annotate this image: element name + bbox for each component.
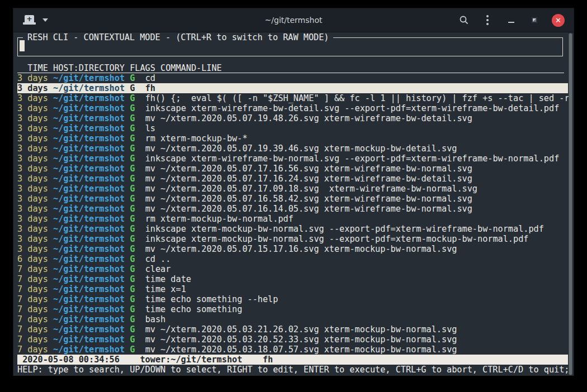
history-row[interactable]: 3 days ~/git/termshot G fh xyxy=(17,83,568,93)
history-row[interactable]: 7 days ~/git/termshot G mv ~/xterm.2020.… xyxy=(17,334,568,345)
row-time: 6 days xyxy=(17,254,48,264)
close-button[interactable]: ✕ xyxy=(552,14,565,27)
row-flags: G xyxy=(130,133,135,144)
scrollbar xyxy=(569,32,572,376)
row-directory: ~/git/termshot xyxy=(53,244,125,254)
row-command: mv ~/xterm.2020.05.07.15.17.16.svg xterm… xyxy=(145,244,457,254)
row-directory: ~/git/termshot xyxy=(53,144,125,154)
row-time: 3 days xyxy=(17,204,48,214)
history-row[interactable]: 7 days ~/git/termshot G time date xyxy=(17,274,568,284)
row-directory: ~/git/termshot xyxy=(53,254,125,264)
row-flags: G xyxy=(130,284,135,294)
row-time: 3 days xyxy=(17,234,48,244)
row-flags: G xyxy=(130,174,135,184)
row-command: mv ~/xterm.2020.05.07.17.16.56.svg xterm… xyxy=(145,164,472,174)
history-row[interactable]: 3 days ~/git/termshot G mv ~/xterm.2020.… xyxy=(17,113,568,123)
row-flags: G xyxy=(130,194,135,204)
history-row[interactable]: 3 days ~/git/termshot G cd xyxy=(17,73,568,83)
history-row[interactable]: 3 days ~/git/termshot G inkscape xterm-w… xyxy=(17,154,568,164)
row-flags: G xyxy=(130,234,135,244)
minimize-icon xyxy=(508,22,514,23)
history-row[interactable]: 3 days ~/git/termshot G mv ~/xterm.2020.… xyxy=(17,144,568,154)
history-row[interactable]: 3 days ~/git/termshot G mv ~/xterm.2020.… xyxy=(17,164,568,174)
row-command: mv ~/xterm.2020.05.03.21.26.02.svg xterm… xyxy=(145,324,457,334)
menu-button[interactable] xyxy=(481,14,494,26)
history-row[interactable]: 3 days ~/git/termshot G ls xyxy=(17,123,568,133)
row-flags: G xyxy=(130,314,135,324)
row-time: 3 days xyxy=(17,174,48,184)
history-row[interactable]: 3 days ~/git/termshot G mv ~/xterm.2020.… xyxy=(17,204,568,214)
history-row[interactable]: 7 days ~/git/termshot G time x=1 xyxy=(17,284,568,294)
row-command: mv ~/xterm.2020.05.07.19.39.46.svg xterm… xyxy=(145,144,457,154)
row-directory: ~/git/termshot xyxy=(53,264,125,274)
history-row[interactable]: 3 days ~/git/termshot G inkscape xterm-m… xyxy=(17,234,568,244)
history-row[interactable]: 3 days ~/git/termshot G inkscape xterm-m… xyxy=(17,224,568,234)
history-row[interactable]: 7 days ~/git/termshot G mv ~/xterm.2020.… xyxy=(17,345,568,355)
row-directory: ~/git/termshot xyxy=(53,284,125,294)
row-directory: ~/git/termshot xyxy=(53,324,125,334)
history-row[interactable]: 7 days ~/git/termshot G mv ~/xterm.2020.… xyxy=(17,324,568,334)
row-command: mv ~/xterm.2020.05.07.19.48.26.svg xterm… xyxy=(145,113,472,123)
history-row[interactable]: 7 days ~/git/termshot G bash xyxy=(17,314,568,324)
row-time: 7 days xyxy=(17,264,48,274)
minimize-button[interactable] xyxy=(505,14,517,26)
row-time: 3 days xyxy=(17,244,48,254)
history-row[interactable]: 3 days ~/git/termshot G mv ~/xterm.2020.… xyxy=(17,194,568,204)
row-command: inkscape xterm-mockup-bw-normal.svg --ex… xyxy=(145,224,544,234)
row-command: inkscape xterm-wireframe-bw-detail.svg -… xyxy=(145,103,560,113)
row-command: rm xterm-mockup-bw-normal.pdf xyxy=(145,214,294,224)
scrollbar-thumb[interactable] xyxy=(569,33,572,375)
search-input[interactable]: RESH CLI - CONTEXTUAL MODE - (CTRL+R to … xyxy=(17,37,563,56)
row-directory: ~/git/termshot xyxy=(53,204,125,214)
row-command: bash xyxy=(145,314,166,324)
row-flags: G xyxy=(130,224,135,234)
row-time: 3 days xyxy=(17,103,48,113)
row-directory: ~/git/termshot xyxy=(53,194,125,204)
row-flags: G xyxy=(130,345,135,355)
row-time: 3 days xyxy=(17,123,48,133)
row-time: 3 days xyxy=(17,73,48,83)
restore-button[interactable] xyxy=(528,14,541,26)
history-row[interactable]: 6 days ~/git/termshot G cd .. xyxy=(17,254,568,264)
status-bar: 2020-05-08 00:34:56 tower:~/git/termshot… xyxy=(17,355,568,365)
history-row[interactable]: 7 days ~/git/termshot G time echo someth… xyxy=(17,294,568,304)
history-list: 3 days ~/git/termshot G cd3 days ~/git/t… xyxy=(17,73,574,355)
row-command: cd .. xyxy=(145,254,171,264)
history-row[interactable]: 3 days ~/git/termshot G mv ~/xterm.2020.… xyxy=(17,174,568,184)
history-row[interactable]: 7 days ~/git/termshot G clear xyxy=(17,264,568,274)
history-row[interactable]: 7 days ~/git/termshot G time echo someth… xyxy=(17,304,568,314)
row-command: time echo something xyxy=(145,304,243,314)
text-cursor xyxy=(20,40,25,51)
history-row[interactable]: 3 days ~/git/termshot G mv ~/xterm.2020.… xyxy=(17,244,568,254)
row-command: inkscape xterm-wireframe-bw-normal.svg -… xyxy=(145,154,560,164)
row-command: rm xterm-mockup-bw-* xyxy=(145,133,248,144)
history-row[interactable]: 3 days ~/git/termshot G fh() {; eval $( … xyxy=(17,93,568,103)
row-directory: ~/git/termshot xyxy=(53,314,125,324)
row-time: 7 days xyxy=(17,274,48,284)
row-command: mv ~/xterm.2020.05.07.16.58.42.svg xterm… xyxy=(145,194,472,204)
terminal-window: + ~/git/termshot xyxy=(13,8,574,376)
row-directory: ~/git/termshot xyxy=(53,103,125,113)
row-flags: G xyxy=(130,73,135,83)
row-time: 7 days xyxy=(17,345,48,355)
row-command: ls xyxy=(145,123,155,133)
row-command: time date xyxy=(145,274,191,284)
row-flags: G xyxy=(130,123,135,133)
history-row[interactable]: 3 days ~/git/termshot G inkscape xterm-w… xyxy=(17,103,568,113)
history-row[interactable]: 3 days ~/git/termshot G rm xterm-mockup-… xyxy=(17,214,568,224)
row-flags: G xyxy=(130,264,135,274)
row-time: 3 days xyxy=(17,214,48,224)
row-time: 3 days xyxy=(17,93,48,103)
search-button[interactable] xyxy=(458,14,470,26)
row-directory: ~/git/termshot xyxy=(53,123,125,133)
row-command: mv ~/xterm.2020.05.07.17.09.18.svg xterm… xyxy=(145,184,477,194)
history-row[interactable]: 3 days ~/git/termshot G rm xterm-mockup-… xyxy=(17,133,568,144)
row-flags: G xyxy=(130,324,135,334)
row-time: 7 days xyxy=(17,294,48,304)
row-directory: ~/git/termshot xyxy=(53,113,125,123)
row-directory: ~/git/termshot xyxy=(53,83,125,93)
row-time: 3 days xyxy=(17,133,48,144)
row-time: 7 days xyxy=(17,334,48,345)
row-time: 7 days xyxy=(17,324,48,334)
history-row[interactable]: 3 days ~/git/termshot G mv ~/xterm.2020.… xyxy=(17,184,568,194)
